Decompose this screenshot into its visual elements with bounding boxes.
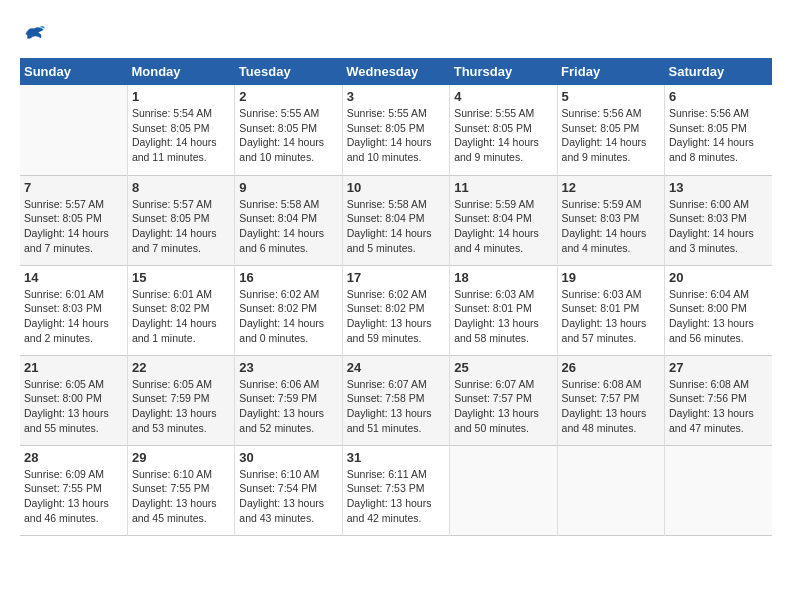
calendar-cell: 30Sunrise: 6:10 AM Sunset: 7:54 PM Dayli… [235,445,342,535]
day-info: Sunrise: 6:01 AM Sunset: 8:02 PM Dayligh… [132,287,230,346]
day-number: 12 [562,180,660,195]
day-number: 18 [454,270,552,285]
calendar-cell: 5Sunrise: 5:56 AM Sunset: 8:05 PM Daylig… [557,85,664,175]
weekday-header: Wednesday [342,58,449,85]
weekday-header: Saturday [665,58,772,85]
day-number: 14 [24,270,123,285]
day-info: Sunrise: 6:10 AM Sunset: 7:54 PM Dayligh… [239,467,337,526]
day-number: 24 [347,360,445,375]
day-info: Sunrise: 5:58 AM Sunset: 8:04 PM Dayligh… [239,197,337,256]
day-info: Sunrise: 6:05 AM Sunset: 7:59 PM Dayligh… [132,377,230,436]
calendar-cell: 9Sunrise: 5:58 AM Sunset: 8:04 PM Daylig… [235,175,342,265]
calendar-cell [665,445,772,535]
calendar-cell: 22Sunrise: 6:05 AM Sunset: 7:59 PM Dayli… [127,355,234,445]
weekday-header-row: SundayMondayTuesdayWednesdayThursdayFrid… [20,58,772,85]
day-info: Sunrise: 6:05 AM Sunset: 8:00 PM Dayligh… [24,377,123,436]
calendar-week-row: 28Sunrise: 6:09 AM Sunset: 7:55 PM Dayli… [20,445,772,535]
day-info: Sunrise: 5:55 AM Sunset: 8:05 PM Dayligh… [239,106,337,165]
calendar-cell: 6Sunrise: 5:56 AM Sunset: 8:05 PM Daylig… [665,85,772,175]
calendar-cell: 8Sunrise: 5:57 AM Sunset: 8:05 PM Daylig… [127,175,234,265]
page-header [20,20,772,48]
calendar-cell: 17Sunrise: 6:02 AM Sunset: 8:02 PM Dayli… [342,265,449,355]
day-info: Sunrise: 5:58 AM Sunset: 8:04 PM Dayligh… [347,197,445,256]
calendar-cell: 2Sunrise: 5:55 AM Sunset: 8:05 PM Daylig… [235,85,342,175]
day-number: 16 [239,270,337,285]
day-number: 25 [454,360,552,375]
calendar-week-row: 7Sunrise: 5:57 AM Sunset: 8:05 PM Daylig… [20,175,772,265]
calendar-cell: 26Sunrise: 6:08 AM Sunset: 7:57 PM Dayli… [557,355,664,445]
day-info: Sunrise: 6:10 AM Sunset: 7:55 PM Dayligh… [132,467,230,526]
day-number: 23 [239,360,337,375]
day-info: Sunrise: 6:00 AM Sunset: 8:03 PM Dayligh… [669,197,768,256]
calendar-table: SundayMondayTuesdayWednesdayThursdayFrid… [20,58,772,536]
day-info: Sunrise: 5:54 AM Sunset: 8:05 PM Dayligh… [132,106,230,165]
calendar-cell: 19Sunrise: 6:03 AM Sunset: 8:01 PM Dayli… [557,265,664,355]
day-number: 8 [132,180,230,195]
calendar-cell: 3Sunrise: 5:55 AM Sunset: 8:05 PM Daylig… [342,85,449,175]
calendar-cell: 18Sunrise: 6:03 AM Sunset: 8:01 PM Dayli… [450,265,557,355]
day-number: 20 [669,270,768,285]
calendar-week-row: 21Sunrise: 6:05 AM Sunset: 8:00 PM Dayli… [20,355,772,445]
day-info: Sunrise: 6:08 AM Sunset: 7:57 PM Dayligh… [562,377,660,436]
day-info: Sunrise: 6:06 AM Sunset: 7:59 PM Dayligh… [239,377,337,436]
day-info: Sunrise: 5:57 AM Sunset: 8:05 PM Dayligh… [24,197,123,256]
calendar-cell: 11Sunrise: 5:59 AM Sunset: 8:04 PM Dayli… [450,175,557,265]
calendar-week-row: 1Sunrise: 5:54 AM Sunset: 8:05 PM Daylig… [20,85,772,175]
day-info: Sunrise: 5:55 AM Sunset: 8:05 PM Dayligh… [347,106,445,165]
day-number: 7 [24,180,123,195]
calendar-cell: 12Sunrise: 5:59 AM Sunset: 8:03 PM Dayli… [557,175,664,265]
logo [20,20,52,48]
calendar-cell: 24Sunrise: 6:07 AM Sunset: 7:58 PM Dayli… [342,355,449,445]
calendar-cell: 28Sunrise: 6:09 AM Sunset: 7:55 PM Dayli… [20,445,127,535]
weekday-header: Sunday [20,58,127,85]
weekday-header: Friday [557,58,664,85]
day-info: Sunrise: 6:08 AM Sunset: 7:56 PM Dayligh… [669,377,768,436]
day-number: 30 [239,450,337,465]
day-number: 3 [347,89,445,104]
day-info: Sunrise: 6:01 AM Sunset: 8:03 PM Dayligh… [24,287,123,346]
day-info: Sunrise: 5:55 AM Sunset: 8:05 PM Dayligh… [454,106,552,165]
day-number: 26 [562,360,660,375]
day-info: Sunrise: 5:59 AM Sunset: 8:04 PM Dayligh… [454,197,552,256]
day-number: 5 [562,89,660,104]
day-info: Sunrise: 6:02 AM Sunset: 8:02 PM Dayligh… [239,287,337,346]
calendar-cell: 13Sunrise: 6:00 AM Sunset: 8:03 PM Dayli… [665,175,772,265]
calendar-cell [557,445,664,535]
day-number: 13 [669,180,768,195]
day-number: 1 [132,89,230,104]
day-info: Sunrise: 5:59 AM Sunset: 8:03 PM Dayligh… [562,197,660,256]
day-info: Sunrise: 6:04 AM Sunset: 8:00 PM Dayligh… [669,287,768,346]
calendar-cell: 16Sunrise: 6:02 AM Sunset: 8:02 PM Dayli… [235,265,342,355]
calendar-cell: 14Sunrise: 6:01 AM Sunset: 8:03 PM Dayli… [20,265,127,355]
day-number: 2 [239,89,337,104]
day-info: Sunrise: 5:57 AM Sunset: 8:05 PM Dayligh… [132,197,230,256]
calendar-cell: 4Sunrise: 5:55 AM Sunset: 8:05 PM Daylig… [450,85,557,175]
day-info: Sunrise: 6:07 AM Sunset: 7:58 PM Dayligh… [347,377,445,436]
calendar-week-row: 14Sunrise: 6:01 AM Sunset: 8:03 PM Dayli… [20,265,772,355]
calendar-cell: 1Sunrise: 5:54 AM Sunset: 8:05 PM Daylig… [127,85,234,175]
day-info: Sunrise: 6:11 AM Sunset: 7:53 PM Dayligh… [347,467,445,526]
calendar-cell: 15Sunrise: 6:01 AM Sunset: 8:02 PM Dayli… [127,265,234,355]
calendar-cell: 25Sunrise: 6:07 AM Sunset: 7:57 PM Dayli… [450,355,557,445]
calendar-cell: 21Sunrise: 6:05 AM Sunset: 8:00 PM Dayli… [20,355,127,445]
day-number: 6 [669,89,768,104]
day-number: 27 [669,360,768,375]
day-info: Sunrise: 6:03 AM Sunset: 8:01 PM Dayligh… [562,287,660,346]
calendar-cell: 7Sunrise: 5:57 AM Sunset: 8:05 PM Daylig… [20,175,127,265]
day-number: 19 [562,270,660,285]
day-number: 11 [454,180,552,195]
weekday-header: Thursday [450,58,557,85]
day-info: Sunrise: 6:07 AM Sunset: 7:57 PM Dayligh… [454,377,552,436]
logo-icon [20,20,48,48]
calendar-cell: 23Sunrise: 6:06 AM Sunset: 7:59 PM Dayli… [235,355,342,445]
day-info: Sunrise: 5:56 AM Sunset: 8:05 PM Dayligh… [669,106,768,165]
calendar-cell [20,85,127,175]
weekday-header: Monday [127,58,234,85]
day-number: 22 [132,360,230,375]
day-number: 15 [132,270,230,285]
calendar-cell: 29Sunrise: 6:10 AM Sunset: 7:55 PM Dayli… [127,445,234,535]
day-number: 9 [239,180,337,195]
day-number: 31 [347,450,445,465]
day-number: 4 [454,89,552,104]
calendar-cell: 10Sunrise: 5:58 AM Sunset: 8:04 PM Dayli… [342,175,449,265]
